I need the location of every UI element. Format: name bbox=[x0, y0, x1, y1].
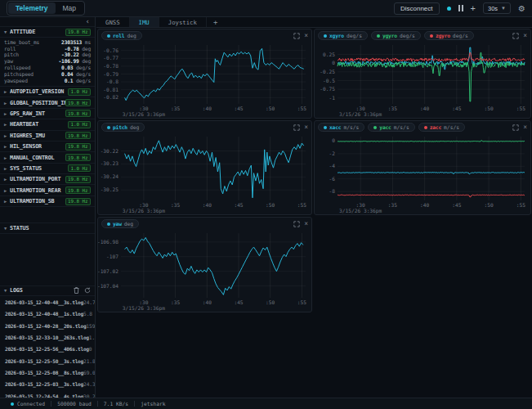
message-row-highres_imu[interactable]: ▶ HIGHRES_IMU 19.8 Hz bbox=[0, 131, 95, 142]
log-file-row[interactable]: 2026-03-15_12-25-08__8s.tlog69.0 KB bbox=[0, 366, 95, 378]
chart-header: xaccm/s/syaccm/s/szaccm/s/s × bbox=[315, 121, 530, 133]
close-chart-icon[interactable]: × bbox=[304, 124, 308, 131]
view-tab-map[interactable]: Map bbox=[56, 2, 84, 14]
svg-text::45: :45 bbox=[234, 106, 243, 111]
message-row-autopilot_version[interactable]: ▶ AUTOPILOT_VERSION 1.0 Hz bbox=[0, 87, 95, 97]
svg-text:-0.25: -0.25 bbox=[320, 69, 335, 74]
log-file-row[interactable]: 2026-03-15_12-25-56__406s.tlog0 B bbox=[0, 344, 95, 355]
legend-item-zacc[interactable]: zaccm/s/s bbox=[418, 123, 465, 132]
sidebar-collapse-bar: ‹ bbox=[0, 17, 95, 27]
message-rate-badge: 1.0 Hz bbox=[68, 164, 91, 172]
add-button[interactable]: + bbox=[471, 5, 476, 11]
chart-tab-imu[interactable]: IMU bbox=[130, 17, 159, 27]
status-section-header[interactable]: ▼ STATUS bbox=[0, 222, 95, 233]
message-rate-badge: 19.8 Hz bbox=[65, 176, 91, 183]
log-file-row[interactable]: 2026-03-15_12-33-10__263s.tlog1.9 MB bbox=[0, 331, 95, 343]
legend-item-xgyro[interactable]: xgyrodeg/s bbox=[318, 31, 368, 40]
message-row-ultramotion_rear[interactable]: ▶ ULTRAMOTION_REAR 19.8 Hz bbox=[0, 185, 95, 196]
time-window-dropdown[interactable]: 30s ▼ bbox=[483, 2, 511, 14]
chart-plot[interactable]: -30.22-30.23-30.24-30.25:30:35:40:45:50:… bbox=[98, 133, 311, 215]
view-switcher: TelemetryMap bbox=[7, 1, 85, 16]
message-row-sys_status[interactable]: ▶ SYS_STATUS 1.0 Hz bbox=[0, 164, 95, 174]
field-name: pitchspeed bbox=[4, 71, 34, 77]
expand-chart-icon[interactable] bbox=[512, 124, 519, 131]
delete-logs-icon[interactable] bbox=[74, 287, 79, 294]
log-file-size: 159.0 KB bbox=[86, 323, 95, 329]
status-bar: Connected500000 baud7.1 KB/sjetshark bbox=[0, 398, 532, 409]
log-file-row[interactable]: 2026-03-15_12-40-48__3s.tlog24.7 KB bbox=[0, 296, 95, 308]
field-value: -0.78 deg bbox=[65, 46, 91, 52]
series-name: zgyro bbox=[436, 33, 450, 38]
logs-section-header[interactable]: ▼ LOGS bbox=[0, 285, 95, 296]
log-file-name: 2026-03-15_12-40-28__20s.tlog bbox=[5, 323, 86, 329]
expand-chart-icon[interactable] bbox=[293, 124, 300, 131]
message-row-ultramotion_port[interactable]: ▶ ULTRAMOTION_PORT 19.8 Hz bbox=[0, 174, 95, 185]
legend-item-zgyro[interactable]: zgyrodeg/s bbox=[424, 31, 474, 40]
chevron-icon: ▶ bbox=[4, 199, 10, 204]
field-name: yaw bbox=[4, 58, 13, 64]
legend-item-xacc[interactable]: xaccm/s/s bbox=[318, 123, 364, 132]
field-row-pitch: pitch-30.22 deg bbox=[4, 52, 91, 58]
chart-tab-gnss[interactable]: GNSS bbox=[96, 17, 130, 27]
log-file-row[interactable]: 2026-03-15_12-40-28__20s.tlog159.0 KB bbox=[0, 320, 95, 331]
message-row-heartbeat[interactable]: ▶ HEARTBEAT 1.0 Hz bbox=[0, 119, 95, 130]
pause-button[interactable] bbox=[458, 5, 463, 11]
series-color-dot bbox=[107, 126, 110, 129]
log-file-row[interactable]: 2026-03-15_12-25-03__3s.tlog24.3 KB bbox=[0, 379, 95, 390]
legend-item-roll[interactable]: rolldeg bbox=[101, 31, 142, 40]
svg-text:-0.8: -0.8 bbox=[106, 79, 118, 84]
chart-legend: pitchdeg bbox=[101, 123, 293, 132]
log-file-row[interactable]: 2026-03-15_12-25-50__3s.tlog21.8 KB bbox=[0, 355, 95, 366]
collapse-sidebar-icon[interactable]: ‹ bbox=[86, 18, 90, 25]
message-row-hil_sensor[interactable]: ▶ HIL_SENSOR 19.8 Hz bbox=[0, 142, 95, 152]
message-fields: time_boot_ms2303513 msroll-0.78 degpitch… bbox=[0, 38, 95, 87]
svg-text:-106.98: -106.98 bbox=[98, 239, 118, 245]
field-value: 0.1 deg/s bbox=[65, 78, 91, 83]
svg-text::40: :40 bbox=[420, 106, 429, 111]
expand-chart-icon[interactable] bbox=[293, 33, 300, 39]
chart-tab-joystick[interactable]: Joystick bbox=[159, 17, 207, 27]
field-row-time_boot_ms: time_boot_ms2303513 ms bbox=[4, 38, 91, 45]
message-row-gps_raw_int[interactable]: ▶ GPS_RAW_INT 19.8 Hz bbox=[0, 109, 95, 119]
svg-text:3/15/26 3:36pm: 3/15/26 3:36pm bbox=[123, 305, 165, 312]
add-tab-button[interactable]: + bbox=[207, 17, 224, 27]
field-row-roll: roll-0.78 deg bbox=[4, 45, 91, 52]
legend-item-pitch[interactable]: pitchdeg bbox=[101, 123, 145, 132]
expand-chart-icon[interactable] bbox=[293, 221, 300, 227]
svg-text:3/15/26 3:36pm: 3/15/26 3:36pm bbox=[339, 208, 382, 214]
series-unit: deg/s bbox=[346, 33, 362, 38]
message-row-manual_control[interactable]: ▶ MANUAL_CONTROL 19.8 Hz bbox=[0, 152, 95, 163]
log-file-row[interactable]: 2026-03-15_12-40-48__1s.tlog5.8 KB bbox=[0, 308, 95, 319]
chart-plot[interactable]: -0.76-0.77-0.78-0.79-0.8-0.81-0.82:30:35… bbox=[98, 42, 311, 119]
disconnect-button[interactable]: Disconnect bbox=[394, 2, 440, 15]
message-row-attitude[interactable]: ▼ ATTITUDE 19.8 Hz bbox=[0, 27, 95, 38]
view-tab-telemetry[interactable]: Telemetry bbox=[8, 2, 56, 14]
close-chart-icon[interactable]: × bbox=[523, 124, 527, 131]
log-file-size: 21.8 KB bbox=[83, 358, 95, 364]
message-row-global_position_int[interactable]: ▶ GLOBAL_POSITION_INT 19.8 Hz bbox=[0, 97, 95, 108]
chart-plot[interactable]: 0.250-0.25-0.5-0.75-1:30:35:40:45:50:553… bbox=[315, 42, 530, 119]
legend-item-ygyro[interactable]: ygyrodeg/s bbox=[371, 31, 421, 40]
svg-text::30: :30 bbox=[139, 202, 148, 208]
chart-header: pitchdeg × bbox=[98, 121, 311, 133]
message-row-ultramotion_sb[interactable]: ▶ ULTRAMOTION_SB 19.8 Hz bbox=[0, 196, 95, 207]
legend-item-yacc[interactable]: yaccm/s/s bbox=[368, 123, 414, 132]
svg-text::45: :45 bbox=[234, 299, 243, 305]
chart-header: yawdeg × bbox=[98, 218, 311, 230]
chart-plot[interactable]: 0-2-4-6-8:30:35:40:45:50:553/15/26 3:36p… bbox=[315, 133, 530, 215]
log-file-row[interactable]: 2026-03-15_12-24-54__4s.tlog30.2 KB bbox=[0, 390, 95, 398]
status-item: jetshark bbox=[135, 401, 171, 407]
main-area: GNSSIMUJoystick+ rolldeg × -0.76-0.77-0.… bbox=[96, 17, 532, 398]
close-chart-icon[interactable]: × bbox=[304, 221, 308, 227]
expand-chart-icon[interactable] bbox=[512, 33, 519, 39]
message-name: ATTITUDE bbox=[10, 29, 65, 35]
svg-text::45: :45 bbox=[234, 202, 243, 208]
chart-plot[interactable]: -106.98-107-107.02-107.04:30:35:40:45:50… bbox=[98, 230, 311, 312]
close-chart-icon[interactable]: × bbox=[523, 33, 527, 39]
series-color-dot bbox=[424, 126, 427, 129]
close-chart-icon[interactable]: × bbox=[304, 33, 308, 39]
settings-gear-icon[interactable]: ⚙ bbox=[518, 4, 525, 13]
legend-item-yaw[interactable]: yawdeg bbox=[101, 219, 139, 228]
message-name: AUTOPILOT_VERSION bbox=[10, 88, 68, 95]
refresh-logs-icon[interactable] bbox=[84, 287, 91, 294]
